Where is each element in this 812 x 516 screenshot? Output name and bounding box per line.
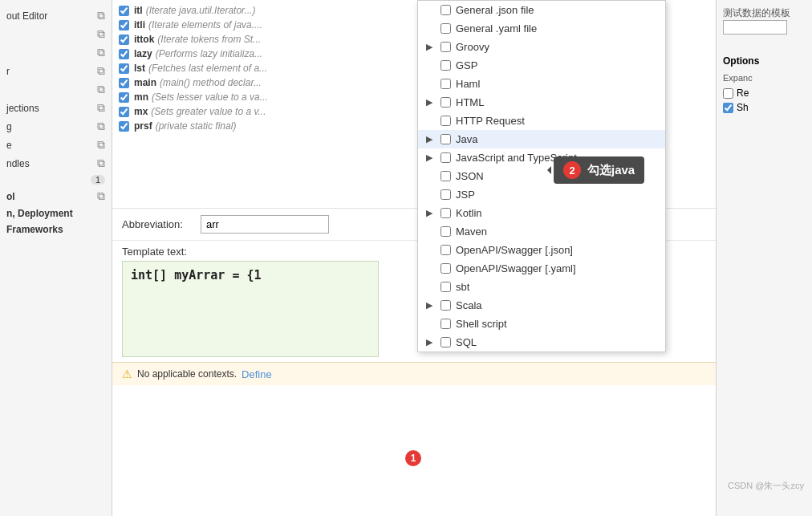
dropdown-item-sbt[interactable]: sbt bbox=[418, 278, 665, 296]
template-checkbox-ittok[interactable] bbox=[119, 35, 129, 45]
template-name: mn bbox=[134, 91, 148, 103]
expand-arrow-scala: ▶ bbox=[426, 300, 436, 311]
template-desc: (Iterate tokens from St... bbox=[157, 34, 261, 45]
option-checkbox-sh[interactable] bbox=[723, 103, 733, 113]
dropdown-checkbox-openapi-json[interactable] bbox=[441, 245, 451, 255]
dropdown-checkbox-shell[interactable] bbox=[441, 319, 451, 329]
dropdown-item-jsp[interactable]: JSP bbox=[418, 185, 665, 204]
dropdown-checkbox-sql[interactable] bbox=[441, 337, 451, 347]
copy-icon: ⧉ bbox=[97, 189, 105, 203]
dropdown-checkbox-gsp[interactable] bbox=[441, 60, 451, 71]
template-name: itl bbox=[134, 5, 143, 16]
dropdown-checkbox-yaml[interactable] bbox=[441, 23, 451, 34]
dropdown-checkbox-maven[interactable] bbox=[441, 226, 451, 237]
dropdown-checkbox-sbt[interactable] bbox=[441, 282, 451, 292]
right-panel: 测试数据的模板 Options Expanc Re Sh bbox=[716, 0, 812, 516]
template-checkbox-itl[interactable] bbox=[119, 6, 129, 16]
dropdown-label-java: Java bbox=[456, 133, 657, 145]
template-checkbox-itli[interactable] bbox=[119, 20, 129, 30]
warning-row: ⚠ No applicable contexts. Define bbox=[112, 362, 716, 385]
dropdown-label-shell: Shell script bbox=[456, 318, 657, 330]
option-row-re: Re bbox=[723, 87, 806, 99]
dropdown-checkbox-jsp[interactable] bbox=[441, 189, 451, 200]
dropdown-item-groovy[interactable]: ▶ Groovy bbox=[418, 38, 665, 56]
dropdown-item-haml[interactable]: Haml bbox=[418, 75, 665, 93]
dropdown-checkbox-java[interactable] bbox=[441, 134, 451, 144]
dropdown-checkbox-json2[interactable] bbox=[441, 171, 451, 181]
right-panel-input[interactable] bbox=[723, 20, 787, 35]
sidebar-label: out Editor bbox=[6, 10, 97, 22]
sidebar-item-2[interactable]: ⧉ bbox=[0, 25, 112, 43]
sidebar-label: ndles bbox=[6, 158, 97, 169]
dropdown-item-scala[interactable]: ▶ Scala bbox=[418, 296, 665, 315]
sidebar-item-frameworks[interactable]: Frameworks bbox=[0, 221, 112, 238]
sidebar-label: n, Deployment bbox=[6, 208, 105, 219]
dropdown-checkbox-openapi-yaml[interactable] bbox=[441, 263, 451, 274]
expand-arrow-html: ▶ bbox=[426, 97, 436, 108]
dropdown-item-http[interactable]: HTTP Request bbox=[418, 112, 665, 130]
expand-arrow-kotlin: ▶ bbox=[426, 208, 436, 218]
dropdown-item-shell[interactable]: Shell script bbox=[418, 315, 665, 333]
define-link[interactable]: Define bbox=[242, 368, 272, 380]
template-name: mx bbox=[134, 106, 148, 117]
sidebar-item-3[interactable]: ⧉ bbox=[0, 43, 112, 62]
dropdown-item-maven[interactable]: Maven bbox=[418, 222, 665, 241]
option-row-sh: Sh bbox=[723, 102, 806, 113]
option-checkbox-re[interactable] bbox=[723, 88, 733, 99]
template-checkbox-lazy[interactable] bbox=[119, 49, 129, 59]
dropdown-checkbox-kotlin[interactable] bbox=[441, 208, 451, 218]
sidebar-label: ol bbox=[6, 191, 97, 202]
sidebar-label: e bbox=[6, 140, 97, 151]
dropdown-item-yaml[interactable]: General .yaml file bbox=[418, 19, 665, 38]
dropdown-checkbox-haml[interactable] bbox=[441, 79, 451, 89]
template-checkbox-mn[interactable] bbox=[119, 92, 129, 103]
copy-icon: ⧉ bbox=[97, 64, 105, 78]
copy-icon: ⧉ bbox=[97, 138, 105, 152]
sidebar-item-4[interactable]: ⧉ bbox=[0, 80, 112, 99]
sidebar-item-out-editor[interactable]: out Editor ⧉ bbox=[0, 6, 112, 25]
abbreviation-input[interactable] bbox=[201, 215, 329, 234]
dropdown-checkbox-js[interactable] bbox=[441, 152, 451, 163]
copy-icon: ⧉ bbox=[97, 101, 105, 115]
tooltip-bubble: 2 勾选java bbox=[554, 156, 644, 184]
sidebar-item-deployment[interactable]: n, Deployment bbox=[0, 205, 112, 221]
sidebar-item-badge[interactable]: 1 bbox=[0, 173, 112, 187]
dropdown-item-java[interactable]: ▶ Java bbox=[418, 130, 665, 148]
dropdown-item-kotlin[interactable]: ▶ Kotlin bbox=[418, 204, 665, 222]
dropdown-checkbox-http[interactable] bbox=[441, 116, 451, 126]
dropdown-item-sql[interactable]: ▶ SQL bbox=[418, 333, 665, 351]
copy-icon: ⧉ bbox=[97, 27, 105, 41]
template-name: lazy bbox=[134, 48, 152, 59]
code-editor[interactable]: int[] myArrar = {1 bbox=[122, 261, 379, 357]
template-name: main bbox=[134, 77, 156, 88]
dropdown-item-json[interactable]: General .json file bbox=[418, 1, 665, 19]
sidebar-item-jections[interactable]: jections ⧉ bbox=[0, 99, 112, 117]
dropdown-item-gsp[interactable]: GSP bbox=[418, 56, 665, 75]
template-checkbox-main[interactable] bbox=[119, 78, 129, 88]
main-container: out Editor ⧉ ⧉ ⧉ r ⧉ ⧉ jections ⧉ g ⧉ e bbox=[0, 0, 812, 516]
template-checkbox-prsf[interactable] bbox=[119, 121, 129, 132]
dropdown-label-groovy: Groovy bbox=[456, 41, 657, 53]
template-label-text: 测试数据的模板 bbox=[723, 6, 806, 20]
template-checkbox-mx[interactable] bbox=[119, 107, 129, 117]
template-name: ittok bbox=[134, 34, 154, 45]
option-label-re: Re bbox=[737, 87, 749, 99]
sidebar-item-ndles[interactable]: ndles ⧉ bbox=[0, 154, 112, 173]
template-checkbox-lst[interactable] bbox=[119, 63, 129, 74]
dropdown-item-openapi-json[interactable]: OpenAPI/Swagger [.json] bbox=[418, 241, 665, 259]
dropdown-checkbox-scala[interactable] bbox=[441, 300, 451, 311]
dropdown-label-gsp: GSP bbox=[456, 59, 657, 71]
sidebar-item-e[interactable]: e ⧉ bbox=[0, 136, 112, 154]
sidebar-item-g[interactable]: g ⧉ bbox=[0, 117, 112, 136]
sidebar: out Editor ⧉ ⧉ ⧉ r ⧉ ⧉ jections ⧉ g ⧉ e bbox=[0, 0, 112, 516]
dropdown-item-openapi-yaml[interactable]: OpenAPI/Swagger [.yaml] bbox=[418, 259, 665, 278]
dropdown-label-sql: SQL bbox=[456, 336, 657, 348]
dropdown-item-html[interactable]: ▶ HTML bbox=[418, 93, 665, 112]
sidebar-item-ol[interactable]: ol ⧉ bbox=[0, 187, 112, 205]
template-name: prsf bbox=[134, 120, 152, 132]
sidebar-item-r[interactable]: r ⧉ bbox=[0, 62, 112, 80]
dropdown-checkbox-json[interactable] bbox=[441, 5, 451, 15]
template-desc: (Performs lazy initializa... bbox=[156, 48, 262, 59]
dropdown-checkbox-groovy[interactable] bbox=[441, 42, 451, 52]
dropdown-checkbox-html[interactable] bbox=[441, 97, 451, 108]
